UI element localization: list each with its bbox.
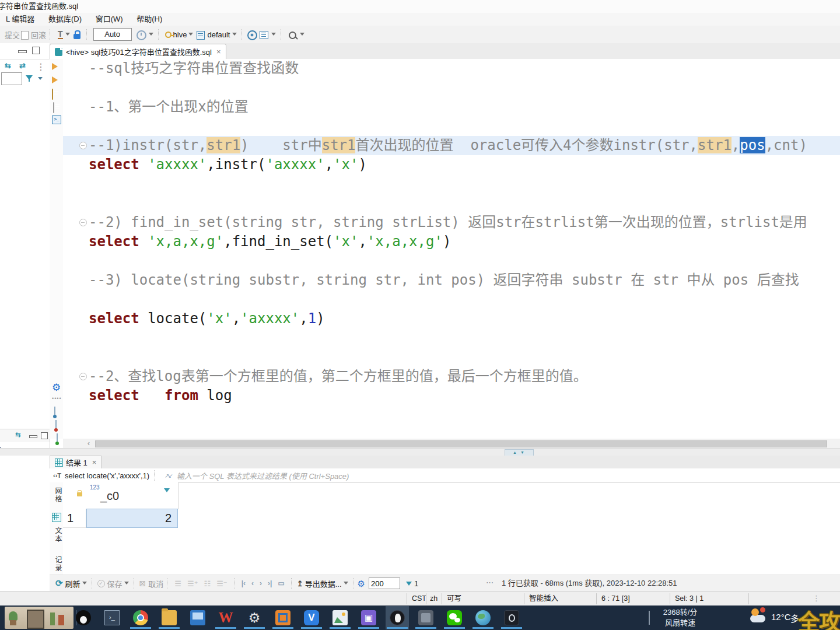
taskbar-recorder-icon[interactable] (386, 606, 409, 629)
edit-row-icon[interactable]: ☰ (174, 579, 181, 588)
collapse-all-icon[interactable]: ⇆ (5, 61, 11, 70)
tab-record[interactable]: 记录 (50, 556, 63, 572)
filter-placeholder[interactable]: 输入一个 SQL 表达式来过滤结果 (使用 Ctrl+Space) (177, 470, 349, 481)
results-tab-close-icon[interactable]: × (92, 458, 97, 467)
copy-row-icon[interactable]: ☷ (204, 579, 211, 588)
editor-line[interactable]: --3) locate(string substr, string str, i… (63, 271, 840, 290)
view-menu-icon[interactable]: ⋮ (36, 61, 46, 72)
bottom-maximize-button[interactable] (41, 432, 48, 439)
taskbar-installer-icon[interactable]: ▣ (360, 610, 377, 626)
editor-line[interactable] (63, 348, 840, 367)
taskbar-wechat-icon[interactable] (446, 610, 463, 626)
taskbar-globe-app-icon[interactable] (475, 610, 491, 626)
connection-selector[interactable]: hive (173, 30, 187, 39)
weather-cloud-icon[interactable] (750, 615, 765, 622)
editor-line[interactable] (63, 174, 840, 194)
save-button[interactable]: 保存 (107, 578, 123, 589)
save-file-icon[interactable] (55, 420, 57, 431)
tab-grid[interactable]: 网格 (50, 487, 63, 503)
editor-line[interactable]: --1)instr(str,str1) str中str1首次出现的位置 orac… (63, 136, 840, 155)
refresh-caret[interactable] (82, 582, 87, 587)
search-caret[interactable] (300, 33, 304, 38)
editor-line[interactable]: select 'x,a,x,g',find_in_set('x','x,a,x,… (63, 232, 840, 251)
last-row-icon[interactable]: ›| (268, 579, 272, 587)
menu-sql-editor[interactable]: L 编辑器 (0, 13, 40, 26)
commit-button[interactable]: 提交 (5, 29, 20, 40)
navigator-filter-input[interactable] (1, 72, 22, 85)
overflow-dots-icon[interactable]: ⋯ (486, 575, 494, 592)
tx-history-caret[interactable] (149, 33, 153, 38)
editor-code[interactable]: --sql技巧之字符串位置查找函数--1、第一个出现x的位置--1)instr(… (63, 59, 840, 439)
fold-marker-icon[interactable] (79, 373, 87, 380)
editor-line[interactable]: select 'axxxx',instr('axxxx','x') (63, 155, 840, 174)
panel-maximize-button[interactable] (32, 47, 40, 54)
text-transform-caret[interactable] (65, 33, 70, 38)
search-icon[interactable] (289, 32, 296, 39)
taskbar-gray-app-icon[interactable] (418, 610, 434, 626)
taskbar-wps-icon[interactable]: W (218, 610, 234, 626)
editor-hscrollbar[interactable]: ‹ (63, 439, 840, 448)
taskbar-computer-icon[interactable] (190, 610, 206, 626)
status-caret-position[interactable]: 6 : 71 [3] (601, 592, 630, 606)
fold-marker-icon[interactable] (79, 142, 87, 149)
editor-line[interactable]: select from log (63, 386, 840, 405)
tab-text[interactable]: 文本 (50, 527, 63, 543)
refresh-button[interactable]: 刷新 (65, 578, 80, 589)
editor-line[interactable] (63, 78, 840, 97)
dashboard-icon[interactable] (247, 30, 257, 40)
editor-line[interactable] (63, 290, 840, 309)
expand-filter-icon[interactable]: ↗↙ (164, 473, 172, 479)
connection-caret[interactable] (188, 33, 193, 38)
menu-help[interactable]: 帮助(H) (131, 13, 168, 26)
result-filter-icon[interactable] (406, 582, 412, 589)
export-button[interactable]: 导出数据... (305, 578, 342, 589)
add-row-icon[interactable]: ☰⁺ (187, 579, 198, 588)
editor-line[interactable] (63, 194, 840, 213)
menu-window[interactable]: 窗口(W) (90, 13, 129, 26)
editor-line[interactable]: select locate('x','axxxx',1) (63, 309, 840, 328)
editor-line[interactable] (63, 117, 840, 136)
fetch-size-input[interactable] (369, 578, 400, 589)
results-tab[interactable]: 结果 1 × (50, 456, 102, 468)
execute-statement-icon[interactable] (52, 63, 61, 70)
result-cell[interactable]: 2 (86, 509, 178, 528)
save-caret[interactable] (124, 582, 129, 587)
editor-line[interactable]: --1、第一个出现x的位置 (63, 97, 840, 117)
column-sort-caret[interactable] (164, 488, 170, 495)
first-row-icon[interactable]: |‹ (242, 579, 246, 587)
execute-script-icon[interactable] (52, 89, 53, 100)
editor-line[interactable] (63, 251, 840, 271)
desktop-widget-photo[interactable] (5, 607, 74, 629)
next-row-icon[interactable]: › (260, 579, 262, 587)
explain-plan-icon[interactable] (260, 31, 268, 39)
scroll-left-icon[interactable]: ‹ (88, 439, 90, 448)
settings-gear-icon[interactable]: ⚙ (52, 383, 61, 393)
taskbar-settings-gear-icon[interactable]: ⚙ (246, 610, 262, 626)
taskbar-photos-icon[interactable] (332, 610, 348, 626)
database-selector[interactable]: default (207, 30, 230, 39)
results-filter-bar[interactable]: ‹›T select locate('x','axxxx',1) ↗↙ 输入一个… (50, 468, 840, 483)
row-number-cell[interactable]: 1 (63, 509, 86, 528)
taskbar-dark-app-icon[interactable] (503, 610, 520, 626)
editor-line[interactable]: --2) find_in_set(string str, string strL… (63, 213, 840, 232)
tx-history-icon[interactable] (136, 30, 146, 40)
taskbar-v-app-icon[interactable]: V (303, 610, 320, 626)
editor-line[interactable] (63, 328, 840, 348)
filter-funnel-icon[interactable] (26, 75, 33, 83)
script-output-icon[interactable] (57, 433, 58, 444)
taskbar-browser-icon[interactable] (132, 610, 149, 626)
fold-marker-icon[interactable] (79, 219, 87, 226)
explain-caret[interactable] (271, 33, 276, 38)
editor-line[interactable]: --sql技巧之字符串位置查找函数 (63, 59, 840, 78)
tx-mode-button[interactable]: Auto (93, 28, 132, 41)
link-editor-icon[interactable]: ⇄ (19, 61, 26, 70)
terminal-icon[interactable]: >_ (52, 116, 61, 124)
taskbar-terminal-icon[interactable]: ›_ (104, 610, 120, 626)
filter-caret[interactable] (38, 77, 43, 82)
filter-query-text[interactable]: select locate('x','axxxx',1) (65, 471, 149, 480)
swap-panel-icon[interactable]: ⇆ (15, 431, 20, 439)
prev-row-icon[interactable]: ‹ (251, 579, 254, 587)
hscroll-thumb[interactable] (95, 440, 827, 447)
delete-row-icon[interactable]: ☰⁻ (216, 579, 228, 588)
goto-row-icon[interactable]: ▭ (278, 579, 284, 587)
